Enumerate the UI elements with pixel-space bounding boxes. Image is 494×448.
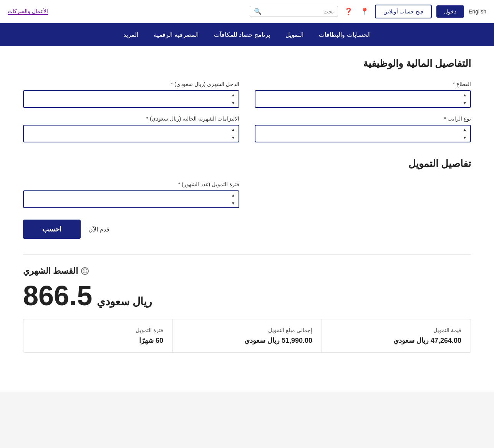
nav-item-accounts[interactable]: الحسابات والبطاقات bbox=[319, 27, 370, 42]
nav-item-digital[interactable]: المصرفية الرقمية bbox=[154, 27, 198, 42]
monthly-obligations-input-wrapper: ▲ ▼ 800 bbox=[23, 125, 239, 142]
financing-period-input-wrapper: ▲ ▼ 60 bbox=[23, 190, 239, 208]
financing-period-group: فترة التمويل (عدد الشهور) * ▲ ▼ 60 bbox=[23, 181, 239, 208]
monthly-installment-title: القسط الشهري bbox=[23, 266, 78, 276]
salary-type-group: نوع الراتب * ▲ ▼ من غير تحويل راتب bbox=[255, 116, 471, 142]
amount-number: 866.5 bbox=[23, 280, 92, 311]
salary-type-input[interactable]: من غير تحويل راتب bbox=[255, 126, 460, 142]
monthly-income-input[interactable]: 5000 bbox=[24, 91, 228, 107]
financing-section: تفاصيل التمويل فترة التمويل (عدد الشهور)… bbox=[23, 158, 471, 208]
total-financing-amount: 51,990.00 ريال سعودي bbox=[182, 336, 312, 345]
sector-up-btn[interactable]: ▲ bbox=[460, 91, 470, 99]
monthly-obligations-group: الالتزامات الشهرية الحالية (ريال سعودي) … bbox=[23, 116, 239, 142]
monthly-obligations-up-btn[interactable]: ▲ bbox=[228, 126, 238, 134]
financing-period-down-btn[interactable]: ▼ bbox=[228, 199, 238, 207]
monthly-income-down-btn[interactable]: ▼ bbox=[228, 99, 238, 107]
salary-type-down-btn[interactable]: ▼ bbox=[460, 134, 470, 142]
total-financing-label: إجمالي مبلغ التمويل bbox=[182, 327, 312, 333]
amount-display: ريال سعودي 866.5 bbox=[23, 280, 471, 311]
sector-group: القطاع * ▲ ▼ حكومي bbox=[255, 81, 471, 108]
main-nav-items: الحسابات والبطاقات التمويل برنامج حصاد ل… bbox=[123, 27, 371, 42]
english-label: English bbox=[469, 8, 486, 15]
nav-item-rewards[interactable]: برنامج حصاد للمكافآت bbox=[214, 27, 270, 42]
top-bar: English دخول فتح حساب أونلاين 📍 ❓ 🔍 الأع… bbox=[0, 0, 494, 23]
monthly-income-up-btn[interactable]: ▲ bbox=[228, 91, 238, 99]
nav-item-financing[interactable]: التمويل bbox=[285, 27, 303, 42]
monthly-income-group: الدخل الشهري (ريال سعودي) * ▲ ▼ 5000 bbox=[23, 81, 239, 108]
financing-period-result-value: 60 شهرًا bbox=[33, 336, 163, 345]
financial-section-title: التفاصيل المالية والوظيفية bbox=[23, 58, 471, 69]
calculate-button[interactable]: احسب bbox=[23, 220, 81, 239]
financing-grid: فترة التمويل (عدد الشهور) * ▲ ▼ 60 bbox=[23, 181, 471, 208]
search-box: 🔍 bbox=[250, 6, 338, 17]
search-icon: 🔍 bbox=[254, 8, 262, 15]
financing-period-cell: فترة التمويل 60 شهرًا bbox=[23, 319, 172, 352]
financing-section-title: تفاصيل التمويل bbox=[23, 158, 471, 170]
financing-period-spinners: ▲ ▼ bbox=[228, 191, 239, 207]
monthly-obligations-down-btn[interactable]: ▼ bbox=[228, 134, 238, 142]
financing-period-up-btn[interactable]: ▲ bbox=[228, 191, 238, 199]
sector-spinners: ▲ ▼ bbox=[460, 91, 470, 107]
financial-form-grid: القطاع * ▲ ▼ حكومي الدخل الشهري (ريال سع… bbox=[23, 81, 471, 142]
financing-period-label: فترة التمويل (عدد الشهور) * bbox=[23, 181, 239, 187]
salary-type-input-wrapper: ▲ ▼ من غير تحويل راتب bbox=[255, 125, 471, 142]
top-nav-links: الأعمال والشركات bbox=[8, 8, 48, 15]
sector-down-btn[interactable]: ▼ bbox=[460, 99, 470, 107]
search-input[interactable] bbox=[265, 8, 334, 15]
monthly-installment-label-container: ⓘ القسط الشهري bbox=[23, 266, 471, 276]
business-link[interactable]: الأعمال والشركات bbox=[8, 8, 48, 15]
monthly-income-spinners: ▲ ▼ bbox=[228, 91, 239, 107]
sector-label: القطاع * bbox=[255, 81, 471, 87]
monthly-obligations-input[interactable]: 800 bbox=[24, 126, 228, 142]
summary-table: قيمة التمويل 47,264.00 ريال سعودي إجمالي… bbox=[23, 319, 471, 353]
financing-value-label: قيمة التمويل bbox=[331, 327, 461, 333]
monthly-obligations-label: الالتزامات الشهرية الحالية (ريال سعودي) … bbox=[23, 116, 239, 122]
salary-type-up-btn[interactable]: ▲ bbox=[460, 126, 470, 134]
info-icon[interactable]: ⓘ bbox=[81, 267, 89, 275]
main-nav: الحسابات والبطاقات التمويل برنامج حصاد ل… bbox=[0, 23, 494, 46]
financing-period-result-label: فترة التمويل bbox=[33, 327, 163, 333]
results-section: ⓘ القسط الشهري ريال سعودي 866.5 قيمة الت… bbox=[23, 254, 471, 353]
amount-currency: ريال سعودي bbox=[97, 295, 152, 308]
login-button[interactable]: دخول bbox=[436, 5, 464, 18]
monthly-income-input-wrapper: ▲ ▼ 5000 bbox=[23, 90, 239, 108]
action-row: قدم الآن احسب bbox=[23, 220, 471, 239]
nav-item-more[interactable]: المزيد bbox=[123, 27, 138, 42]
page-content: التفاصيل المالية والوظيفية القطاع * ▲ ▼ … bbox=[0, 46, 494, 392]
monthly-obligations-spinners: ▲ ▼ bbox=[228, 126, 239, 142]
top-bar-right: الأعمال والشركات bbox=[8, 8, 48, 15]
total-financing-cell: إجمالي مبلغ التمويل 51,990.00 ريال سعودي bbox=[172, 319, 322, 352]
salary-type-spinners: ▲ ▼ bbox=[460, 126, 470, 142]
financing-grid-empty bbox=[255, 181, 471, 208]
salary-type-label: نوع الراتب * bbox=[255, 116, 471, 122]
location-icon[interactable]: 📍 bbox=[359, 6, 370, 17]
sector-input[interactable]: حكومي bbox=[255, 91, 460, 107]
top-bar-left: English دخول فتح حساب أونلاين 📍 ❓ 🔍 bbox=[250, 5, 486, 18]
financing-value-cell: قيمة التمويل 47,264.00 ريال سعودي bbox=[322, 319, 471, 352]
sector-input-wrapper: ▲ ▼ حكومي bbox=[255, 90, 471, 108]
apply-now-button[interactable]: قدم الآن bbox=[88, 226, 109, 233]
financing-period-input[interactable]: 60 bbox=[24, 191, 228, 207]
monthly-income-label: الدخل الشهري (ريال سعودي) * bbox=[23, 81, 239, 87]
help-icon[interactable]: ❓ bbox=[343, 6, 354, 17]
open-account-button[interactable]: فتح حساب أونلاين bbox=[375, 5, 432, 18]
financing-value-amount: 47,264.00 ريال سعودي bbox=[331, 336, 461, 345]
